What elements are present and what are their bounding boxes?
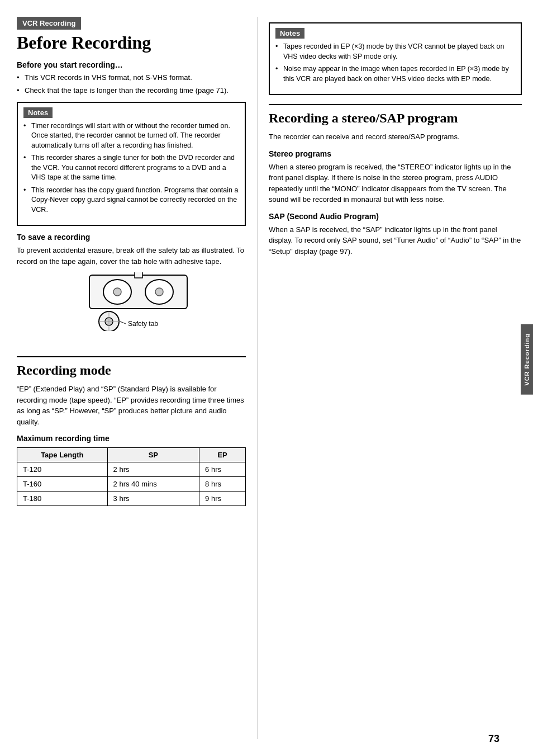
table-header-tape: Tape Length xyxy=(17,448,108,462)
tape-illustration: Safety tab xyxy=(75,272,187,334)
stereo-sap-title: Recording a stereo/SAP program xyxy=(269,111,522,126)
notes-list-right: Tapes recorded in EP (×3) mode by this V… xyxy=(275,42,515,84)
svg-line-10 xyxy=(120,322,126,324)
stereo-sap-body: The recorder can receive and record ster… xyxy=(269,131,522,143)
stereo-body: When a stereo program is received, the “… xyxy=(269,162,522,205)
table-cell: T-160 xyxy=(17,477,108,492)
page-title: Before Recording xyxy=(17,33,246,53)
left-column: VCR Recording Before Recording Before yo… xyxy=(17,17,257,739)
list-item: This VCR records in VHS format, not S-VH… xyxy=(17,73,246,83)
svg-point-3 xyxy=(113,288,121,296)
before-start-title: Before you start recording… xyxy=(17,60,246,69)
section-tag: VCR Recording xyxy=(17,17,81,30)
table-cell: 3 hrs xyxy=(107,492,199,506)
divider xyxy=(17,356,246,357)
page-number: 73 xyxy=(488,733,499,745)
list-item: Tapes recorded in EP (×3) mode by this V… xyxy=(275,42,515,62)
side-tab: VCR Recording xyxy=(521,324,533,395)
notes-list: Timer recordings will start with or with… xyxy=(23,121,239,215)
recording-mode-body: “EP” (Extended Play) and “SP” (Standard … xyxy=(17,384,246,427)
table-row: T-120 2 hrs 6 hrs xyxy=(17,462,246,477)
table-cell: 2 hrs xyxy=(107,462,199,477)
svg-rect-1 xyxy=(135,272,142,278)
recording-mode-title: Recording mode xyxy=(17,363,246,378)
right-column: Notes Tapes recorded in EP (×3) mode by … xyxy=(257,17,522,739)
recording-table: Tape Length SP EP T-120 2 hrs 6 hrs T-16… xyxy=(17,447,246,506)
table-cell: 6 hrs xyxy=(199,462,246,477)
page: VCR Recording Before Recording Before yo… xyxy=(0,0,533,756)
list-item: Check that the tape is longer than the r… xyxy=(17,86,246,96)
sap-title: SAP (Second Audio Program) xyxy=(269,212,522,221)
max-rec-title: Maximum recording time xyxy=(17,434,246,443)
sap-body: When a SAP is received, the “SAP” indica… xyxy=(269,224,522,257)
table-cell: T-180 xyxy=(17,492,108,506)
table-cell: 8 hrs xyxy=(199,477,246,492)
notes-box-left: Notes Timer recordings will start with o… xyxy=(17,102,246,226)
table-header-sp: SP xyxy=(107,448,199,462)
table-header-ep: EP xyxy=(199,448,246,462)
table-cell: 9 hrs xyxy=(199,492,246,506)
tape-svg: Safety tab xyxy=(75,272,198,331)
right-divider xyxy=(269,104,522,105)
svg-point-5 xyxy=(155,288,163,296)
table-row: T-180 3 hrs 9 hrs xyxy=(17,492,246,506)
save-recording-title: To save a recording xyxy=(17,233,246,242)
notes-label: Notes xyxy=(23,107,53,118)
stereo-title: Stereo programs xyxy=(269,149,522,158)
notes-box-right: Notes Tapes recorded in EP (×3) mode by … xyxy=(269,22,522,95)
table-row: T-160 2 hrs 40 mins 8 hrs xyxy=(17,477,246,492)
table-cell: 2 hrs 40 mins xyxy=(107,477,199,492)
notes-label-right: Notes xyxy=(275,28,304,39)
before-start-list: This VCR records in VHS format, not S-VH… xyxy=(17,73,246,96)
table-cell: T-120 xyxy=(17,462,108,477)
list-item: Noise may appear in the image when tapes… xyxy=(275,64,515,84)
list-item: This recorder shares a single tuner for … xyxy=(23,153,239,183)
list-item: This recorder has the copy guard functio… xyxy=(23,186,239,215)
list-item: Timer recordings will start with or with… xyxy=(23,121,239,151)
save-recording-body: To prevent accidental erasure, break off… xyxy=(17,245,246,267)
svg-text:Safety tab: Safety tab xyxy=(128,320,158,328)
